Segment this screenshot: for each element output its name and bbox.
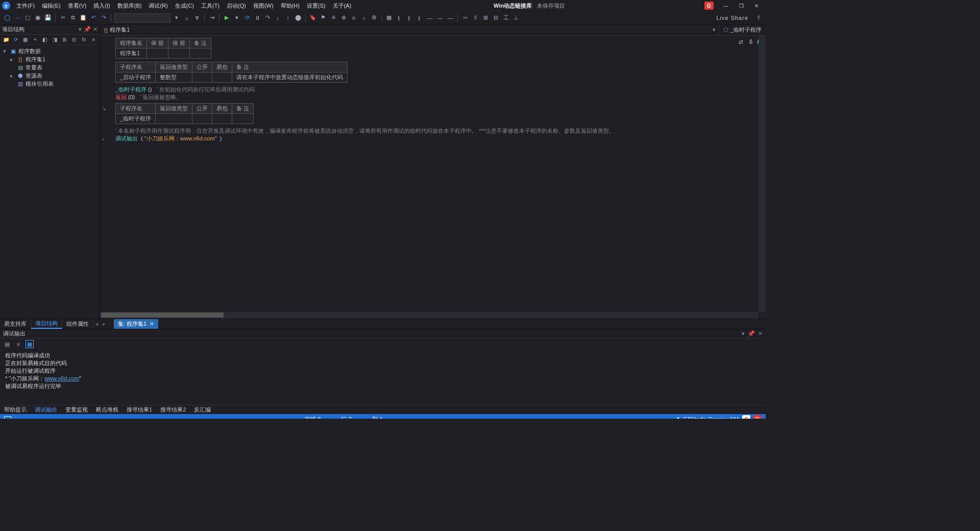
menu-edit[interactable]: 编辑(E) <box>39 1 64 11</box>
indent-icon[interactable]: ⇥ <box>208 14 216 22</box>
t6-icon[interactable]: ◨ <box>51 36 58 44</box>
menu-file[interactable]: 文件(F) <box>13 1 38 11</box>
output-link[interactable]: www.x6d.com <box>44 375 79 381</box>
toggle-icon[interactable]: ▦ <box>26 340 34 348</box>
copy-icon[interactable]: ⧉ <box>69 14 77 22</box>
refresh-icon[interactable]: ⟳ <box>12 36 19 44</box>
tree-module[interactable]: ▥ 模块引用表 <box>1 80 99 88</box>
undo-icon[interactable]: ↶ <box>89 14 97 22</box>
side-tab-support[interactable]: 易支持库 <box>0 319 31 329</box>
tree-root[interactable]: ▾ ▣ 程序数据 <box>1 47 99 55</box>
dist3-icon[interactable]: ⊞ <box>481 14 489 22</box>
menu-launch[interactable]: 启动(Q) <box>224 1 249 11</box>
panel-menu-icon[interactable]: ▾ <box>79 26 82 33</box>
refactor-icon[interactable]: ⟐ <box>360 14 368 22</box>
btab-stack[interactable]: 断点堆栈 <box>92 406 122 414</box>
btab-disasm[interactable]: 反汇编 <box>190 406 215 414</box>
document-tab[interactable]: 集: 程序集1 ✕ <box>114 319 158 329</box>
tree-assembly[interactable]: ▸ {} 程序集1 <box>1 55 99 63</box>
share-icon[interactable]: ⇪ <box>754 14 763 22</box>
find-icon[interactable]: ⌕ <box>183 14 191 22</box>
t7-icon[interactable]: ⊞ <box>61 36 68 44</box>
btab-search1[interactable]: 搜寻结果1 <box>122 406 156 414</box>
code-editor[interactable]: ⇄ ⛢ M ↘ » 程序集名保 留保 留备 注 程序集1 子程序名返回值类型公开… <box>100 36 766 319</box>
dropdown2-icon[interactable]: ▾ <box>233 14 241 22</box>
expand-icon[interactable]: ▾ <box>3 48 8 55</box>
breakpoint-icon[interactable]: ⬤ <box>294 14 302 22</box>
ime-lang-icon[interactable]: 中 <box>753 415 762 419</box>
t5-icon[interactable]: ◧ <box>41 36 48 44</box>
bookmark-icon[interactable]: 🔖 <box>309 14 317 22</box>
menu-help[interactable]: 帮助(H) <box>278 1 303 11</box>
ime-icon[interactable]: S <box>742 415 750 419</box>
maximize-button[interactable]: ❐ <box>734 1 748 10</box>
open-file-icon[interactable]: ▣ <box>34 14 42 22</box>
dist6-icon[interactable]: ⊥ <box>512 14 520 22</box>
list-icon[interactable]: ≡ <box>14 340 22 348</box>
debug-output[interactable]: 程序代码编译成功 正在封装易格式目的代码 开始运行被调试程序 * "小刀娱乐网：… <box>0 350 766 405</box>
paste-icon[interactable]: 📋 <box>79 14 87 22</box>
menu-insert[interactable]: 插入(I) <box>90 1 113 11</box>
filter-icon[interactable]: ⛛ <box>193 14 201 22</box>
status-icon[interactable] <box>4 416 11 419</box>
panel-close-icon[interactable]: ✕ <box>758 330 763 337</box>
stop-icon[interactable]: ⏸ <box>253 14 261 22</box>
panel-pin-icon[interactable]: 📌 <box>748 330 755 337</box>
align2-icon[interactable]: ⫿ <box>395 14 403 22</box>
close-icon[interactable]: ✕ <box>150 321 154 327</box>
btab-help[interactable]: 帮助提示 <box>0 406 31 414</box>
redo-icon[interactable]: ↷ <box>100 14 108 22</box>
align3-icon[interactable]: ⫿ <box>405 14 413 22</box>
nav-forward-icon[interactable]: → <box>13 14 21 22</box>
side-tab-props[interactable]: 组件属性 <box>62 319 93 329</box>
tab-scroll-right-icon[interactable]: ▸ <box>101 321 108 327</box>
new-file-icon[interactable]: ▢ <box>23 14 32 22</box>
step-out-icon[interactable]: ↑ <box>284 14 292 22</box>
format-icon[interactable]: ≡ <box>350 14 358 22</box>
folder-icon[interactable]: 📁 <box>2 36 10 44</box>
align1-icon[interactable]: ▦ <box>385 14 393 22</box>
vscrollbar[interactable] <box>758 36 766 311</box>
flag-icon[interactable]: ⚑ <box>319 14 327 22</box>
tree-resource[interactable]: ▸ ⬢ 资源表 <box>1 71 99 80</box>
menu-view[interactable]: 查看(V) <box>65 1 90 11</box>
menu-build[interactable]: 生成(C) <box>172 1 197 11</box>
editor-tab-left[interactable]: {} 程序集1 <box>100 25 134 36</box>
t9-icon[interactable]: fx <box>80 36 88 44</box>
upload-icon[interactable]: ⬆ <box>676 416 680 419</box>
editor-tab-right[interactable]: ⬡ _临时子程序 <box>719 25 766 36</box>
expand-icon[interactable]: ▸ <box>10 56 15 63</box>
align7-icon[interactable]: — <box>446 14 454 22</box>
nav-back-icon[interactable]: ◯ <box>3 14 11 22</box>
run-icon[interactable]: ▶ <box>223 14 231 22</box>
expand-icon[interactable]: ▸ <box>10 73 15 79</box>
dist5-icon[interactable]: 工 <box>502 14 510 22</box>
save-icon[interactable]: 💾 <box>44 14 52 22</box>
cut-icon[interactable]: ✂ <box>59 14 67 22</box>
wrap-icon[interactable]: ⇄ <box>737 38 745 46</box>
tree-const[interactable]: ▤ 常量表 <box>1 63 99 71</box>
menu-tools[interactable]: 工具(T) <box>198 1 223 11</box>
tab-dropdown-icon[interactable]: ▾ <box>709 27 719 33</box>
align4-icon[interactable]: ⫿ <box>415 14 424 22</box>
close-button[interactable]: ✕ <box>749 1 764 10</box>
comment-icon[interactable]: ※ <box>329 14 337 22</box>
side-tab-project[interactable]: 项目结构 <box>31 319 62 329</box>
t10-icon[interactable]: ≡ <box>90 36 97 44</box>
tab-scroll-left-icon[interactable]: ◂ <box>93 321 101 327</box>
align5-icon[interactable]: — <box>426 14 434 22</box>
step-over-icon[interactable]: ↷ <box>263 14 272 22</box>
restart-icon[interactable]: ⟳ <box>243 14 251 22</box>
dist2-icon[interactable]: ⇳ <box>471 14 479 22</box>
menu-about[interactable]: 关于(A) <box>330 1 355 11</box>
search-combo[interactable] <box>114 13 170 22</box>
panel-menu-icon[interactable]: ▾ <box>742 330 745 337</box>
t8-icon[interactable]: ⊟ <box>70 36 78 44</box>
btab-watch[interactable]: 变量监视 <box>61 406 92 414</box>
hscrollbar[interactable] <box>100 311 758 319</box>
live-share-button[interactable]: Live Share <box>712 15 752 21</box>
align6-icon[interactable]: — <box>436 14 444 22</box>
filter2-icon[interactable]: ⛢ <box>747 38 755 46</box>
props-icon[interactable]: ▦ <box>21 36 29 44</box>
clear-icon[interactable]: ▤ <box>3 340 11 348</box>
